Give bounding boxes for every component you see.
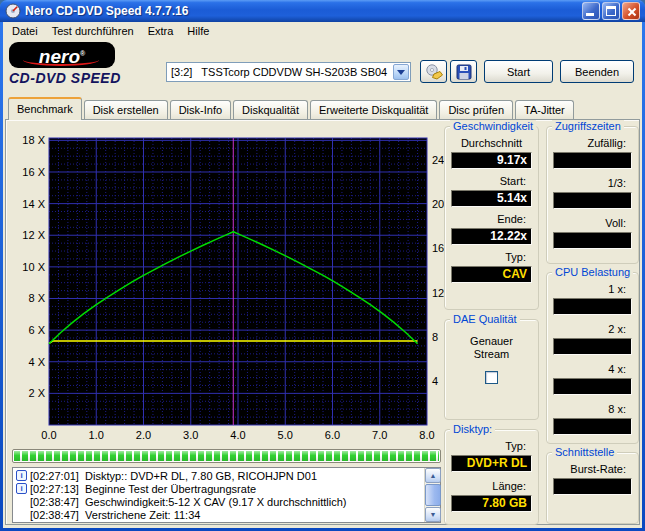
y-left-tick: 18 X	[22, 134, 45, 146]
x-tick: 8.0	[419, 429, 434, 441]
log-line: i[02:27:13] Beginne Test der Übertragung…	[14, 482, 423, 495]
speed-group-title: Geschwindigkeit	[450, 120, 536, 133]
progress-bar	[12, 449, 441, 463]
x-tick: 5.0	[278, 429, 293, 441]
log-scrollbar[interactable]: ▲ ▼	[424, 468, 440, 522]
app-icon[interactable]	[5, 3, 21, 19]
y-left-tick: 16 X	[22, 166, 45, 178]
window-title: Nero CD-DVD Speed 4.7.7.16	[25, 4, 188, 18]
hand-disc-icon	[425, 64, 443, 80]
cpu-row-value	[553, 418, 632, 435]
scroll-down-button[interactable]: ▼	[425, 507, 441, 522]
y-right-tick: 16	[432, 242, 444, 254]
cpu-row-label: 2 x:	[553, 323, 632, 336]
access-row-label: Zufällig:	[553, 137, 632, 150]
speed-row-value: 9.17x	[451, 152, 532, 169]
progress-fill	[14, 451, 439, 461]
tab-erweiterte-diskqualit-t[interactable]: Erweiterte Diskqualität	[310, 100, 437, 119]
eject-disc-button[interactable]	[420, 60, 447, 83]
x-tick: 0.0	[41, 429, 56, 441]
y-left-tick: 14 X	[22, 198, 45, 210]
menu-item-hilfe[interactable]: Hilfe	[180, 23, 216, 39]
tab-disk-info[interactable]: Disk-Info	[170, 100, 231, 119]
tab-benchmark[interactable]: Benchmark	[8, 97, 82, 120]
access-row-value	[553, 232, 632, 249]
close-button[interactable]	[622, 2, 640, 20]
save-icon	[456, 64, 472, 80]
header: nero® CD-DVD SPEED [3:2] TSSTcorp CDDVDW…	[3, 40, 642, 97]
scroll-up-button[interactable]: ▲	[425, 468, 441, 483]
menu-item-test-durchf-hren[interactable]: Test durchführen	[45, 23, 141, 39]
start-button[interactable]: Start	[484, 60, 553, 83]
menu-item-extra[interactable]: Extra	[141, 23, 181, 39]
x-tick: 3.0	[183, 429, 198, 441]
cpu-row-value	[553, 298, 632, 315]
cpu-row-label: 4 x:	[553, 363, 632, 376]
tab-disk-erstellen[interactable]: Disk erstellen	[84, 100, 168, 119]
logo-product: CD-DVD SPEED	[9, 70, 161, 86]
quit-button[interactable]: Beenden	[560, 60, 634, 83]
drive-selector-dropdown-button[interactable]	[393, 64, 409, 80]
cpu-usage-group: CPU Belastung 1 x:2 x:4 x:8 x:	[546, 272, 639, 444]
client-area: DateiTest durchführenExtraHilfe nero® CD…	[3, 22, 642, 528]
dae-quality-group: DAE Qualität Genauer Stream	[444, 319, 539, 420]
disc-row-label: Typ:	[451, 440, 532, 453]
log-text: [02:38:47] Geschwindigkeit:5-12 X CAV (9…	[30, 496, 347, 508]
speed-row-value: 12.22x	[451, 228, 532, 245]
y-left-tick: 8 X	[28, 292, 45, 304]
disc-type-group: Disktyp: Typ:DVD+R DLLänge:7.80 GB	[444, 429, 539, 525]
speed-group: Geschwindigkeit Durchschnitt9.17xStart:5…	[444, 126, 539, 310]
tab-disc-pr-fen[interactable]: Disc prüfen	[439, 100, 513, 119]
nero-logo: nero® CD-DVD SPEED	[9, 42, 161, 86]
scroll-thumb[interactable]	[425, 484, 441, 506]
speedometer-disc-icon	[5, 3, 21, 19]
access-row-label: Voll:	[553, 217, 632, 230]
y-left-tick: 6 X	[28, 324, 45, 336]
speed-row-value: 5.14x	[451, 190, 532, 207]
menu-item-datei[interactable]: Datei	[5, 23, 45, 39]
minimize-button[interactable]	[582, 2, 600, 20]
dae-group-title: DAE Qualität	[450, 313, 520, 326]
info-icon: i	[16, 470, 27, 481]
speed-row-label: Start:	[451, 175, 532, 188]
window-controls	[582, 2, 640, 20]
y-right-tick: 12	[432, 287, 444, 299]
y-right-tick: 8	[432, 331, 438, 343]
interface-row-label: Burst-Rate:	[553, 463, 632, 476]
disc-row-value: DVD+R DL	[451, 455, 532, 472]
log-line: i[02:27:01] Disktyp:: DVD+R DL, 7.80 GB,…	[14, 469, 423, 482]
cpu-row-value	[553, 338, 632, 355]
middle-panel-column: Geschwindigkeit Durchschnitt9.17xStart:5…	[444, 126, 539, 531]
save-button[interactable]	[450, 60, 477, 83]
log-text: [02:27:01] Disktyp:: DVD+R DL, 7.80 GB, …	[30, 470, 317, 482]
tab-ta-jitter[interactable]: TA-Jitter	[515, 100, 574, 119]
log-line: i[02:38:47] Geschwindigkeit:5-12 X CAV (…	[14, 495, 423, 508]
right-panel-column: Zugriffszeiten Zufällig:1/3:Voll: CPU Be…	[546, 126, 639, 531]
x-tick: 6.0	[325, 429, 340, 441]
access-row-value	[553, 192, 632, 209]
speed-row-label: Durchschnitt	[451, 137, 532, 150]
cpu-row-label: 1 x:	[553, 283, 632, 296]
benchmark-chart: 2 X4 X6 X8 X10 X12 X14 X16 X18 X48121620…	[8, 122, 448, 444]
maximize-button[interactable]	[602, 2, 620, 20]
cpu-group-title: CPU Belastung	[552, 266, 633, 279]
drive-selector-value: [3:2] TSSTcorp CDDVDW SH-S203B SB04	[171, 66, 387, 78]
drive-selector[interactable]: [3:2] TSSTcorp CDDVDW SH-S203B SB04	[166, 62, 411, 82]
disc-group-title: Disktyp:	[450, 423, 495, 436]
log-listbox[interactable]: i[02:27:01] Disktyp:: DVD+R DL, 7.80 GB,…	[12, 467, 441, 523]
accurate-stream-checkbox[interactable]	[485, 371, 498, 384]
maximize-icon	[606, 6, 616, 16]
y-left-tick: 2 X	[28, 387, 45, 399]
speed-row-value: CAV	[451, 266, 532, 283]
interface-group-title: Schnittstelle	[552, 446, 617, 459]
x-tick: 4.0	[230, 429, 245, 441]
y-left-tick: 4 X	[28, 356, 45, 368]
y-right-tick: 24	[432, 154, 444, 166]
y-left-tick: 12 X	[22, 229, 45, 241]
log-line: i[02:38:47] Verstrichene Zeit: 11:34	[14, 508, 423, 521]
access-row-label: 1/3:	[553, 177, 632, 190]
log-list: i[02:27:01] Disktyp:: DVD+R DL, 7.80 GB,…	[14, 469, 423, 521]
minimize-icon	[586, 13, 594, 16]
title-bar: Nero CD-DVD Speed 4.7.7.16	[0, 0, 645, 22]
tab-diskqualit-t[interactable]: Diskqualität	[233, 100, 308, 119]
